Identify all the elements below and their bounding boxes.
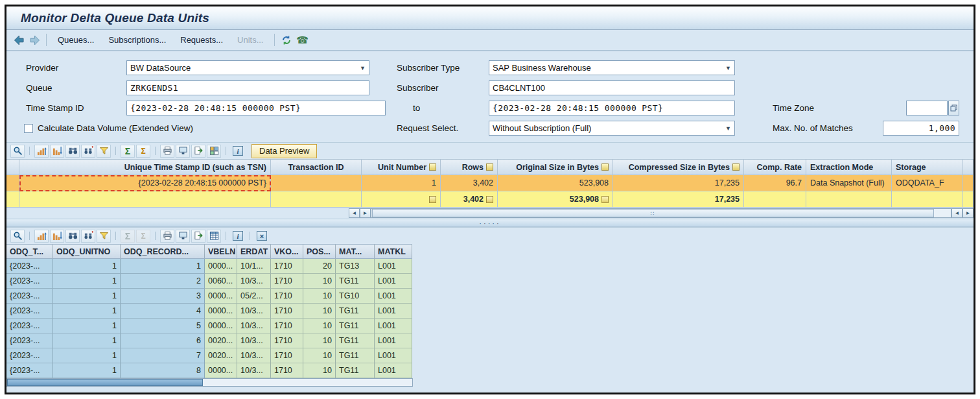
views-icon[interactable] bbox=[176, 230, 190, 243]
close-glyph: × bbox=[257, 231, 267, 241]
choose-layout-icon[interactable] bbox=[207, 145, 221, 158]
cell-odq-recordno: 7 bbox=[121, 348, 205, 363]
row-selector-header[interactable] bbox=[6, 159, 19, 175]
subscriptions-button[interactable]: Subscriptions... bbox=[102, 32, 172, 47]
export-icon[interactable] bbox=[191, 145, 205, 158]
col-odq-tsn[interactable]: ODQ_T... bbox=[6, 244, 53, 259]
col-erdat[interactable]: ERDAT bbox=[237, 244, 271, 259]
max-matches-value: 1,000 bbox=[929, 123, 955, 133]
scroll-left-icon[interactable]: ◄ bbox=[349, 208, 360, 218]
col-odq-recordno[interactable]: ODQ_RECORD... bbox=[121, 244, 205, 259]
preview-grid-row[interactable]: {2023-... 1 8 0000... 10/3... 1710 10 TG… bbox=[6, 363, 412, 378]
filter-icon[interactable] bbox=[97, 145, 111, 158]
col-transaction-id[interactable]: Transaction ID bbox=[271, 159, 362, 175]
sum-icon[interactable]: Σ bbox=[121, 145, 135, 158]
col-comp-rate[interactable]: Comp. Rate bbox=[744, 159, 806, 175]
cell-storage[interactable]: ODQDATA_F bbox=[892, 175, 963, 191]
preview-grid-row[interactable]: {2023-... 1 5 0000... 10/3... 1710 10 TG… bbox=[6, 319, 412, 333]
col-odq-unitno[interactable]: ODQ_UNITNO bbox=[53, 244, 121, 259]
scroll-left-icon[interactable]: ◄ bbox=[951, 208, 962, 218]
chevron-down-icon[interactable]: ▼ bbox=[725, 125, 731, 132]
find-next-icon[interactable] bbox=[81, 230, 95, 243]
back-button[interactable] bbox=[12, 34, 26, 47]
cell-unit-number[interactable]: 1 bbox=[362, 175, 441, 191]
preview-grid-row[interactable]: {2023-... 1 3 0000... 05/2... 1710 10 TG… bbox=[6, 289, 412, 304]
sort-desc-icon[interactable] bbox=[50, 230, 64, 243]
info-icon[interactable]: i bbox=[231, 145, 245, 158]
cell-tsn[interactable]: {2023-02-28 20:48:15 000000 PST} bbox=[19, 175, 271, 191]
find-next-icon[interactable] bbox=[81, 145, 95, 158]
table-view-icon[interactable] bbox=[207, 230, 221, 243]
preview-grid-row[interactable]: {2023-... 1 7 0020... 10/3... 1710 10 TG… bbox=[6, 348, 412, 363]
preview-grid-row[interactable]: {2023-... 1 6 0020... 10/3... 1710 10 TG… bbox=[6, 333, 412, 348]
request-select-dropdown[interactable]: Without Subscription (Full) ▼ bbox=[489, 121, 735, 136]
row-selector[interactable] bbox=[6, 175, 19, 191]
scroll-right-icon[interactable]: ► bbox=[360, 208, 371, 218]
print-icon[interactable] bbox=[160, 230, 174, 243]
cell-extraction-mode[interactable]: Data Snapshot (Full) bbox=[806, 175, 892, 191]
timezone-input[interactable] bbox=[906, 101, 948, 115]
subtotal-icon[interactable]: Σ bbox=[136, 145, 150, 158]
subscriber-type-select[interactable]: SAP Business Warehouse ▼ bbox=[489, 60, 735, 75]
sort-desc-icon[interactable] bbox=[50, 145, 64, 158]
provider-select[interactable]: BW DataSource ▼ bbox=[126, 60, 369, 75]
col-matnr[interactable]: MAT... bbox=[336, 244, 375, 259]
close-icon[interactable]: × bbox=[255, 230, 269, 243]
filter-icon[interactable] bbox=[97, 230, 111, 243]
col-original-size[interactable]: Original Size in Bytes bbox=[498, 159, 613, 175]
data-preview-button[interactable]: Data Preview bbox=[251, 144, 317, 158]
info-icon[interactable]: i bbox=[231, 230, 245, 243]
col-compressed-size[interactable]: Compressed Size in Bytes bbox=[613, 159, 744, 175]
scrollbar-thumb[interactable]: ∷ bbox=[372, 209, 934, 217]
preview-grid-header-row: ODQ_T... ODQ_UNITNO ODQ_RECORD... VBELN … bbox=[6, 244, 412, 259]
sort-asc-icon[interactable] bbox=[34, 230, 49, 243]
cell-rows[interactable]: 3,402 bbox=[441, 175, 498, 191]
calc-volume-checkbox[interactable] bbox=[24, 124, 33, 133]
cell-original-size[interactable]: 523,908 bbox=[498, 175, 613, 191]
col-tsn[interactable]: Unique Time Stamp ID (such as TSN) bbox=[19, 159, 271, 175]
find-icon[interactable] bbox=[65, 230, 80, 243]
chevron-down-icon[interactable]: ▼ bbox=[725, 65, 731, 71]
col-extraction-mode[interactable]: Extraction Mode bbox=[806, 159, 892, 175]
cell-odq-recordno: 3 bbox=[121, 289, 205, 304]
sort-asc-icon[interactable] bbox=[34, 145, 49, 158]
requests-button[interactable]: Requests... bbox=[174, 32, 229, 47]
col-vbeln[interactable]: VBELN bbox=[205, 244, 237, 259]
choose-detail-icon[interactable] bbox=[10, 230, 25, 243]
find-icon[interactable] bbox=[65, 145, 80, 158]
forward-button[interactable] bbox=[27, 34, 41, 47]
preview-grid-hscrollbar[interactable] bbox=[6, 378, 413, 387]
splitter-handle[interactable]: ····· bbox=[6, 219, 974, 227]
timestamp-from-input[interactable]: {2023-02-28 20:48:15 000000 PST} bbox=[126, 101, 386, 115]
preview-grid-row[interactable]: {2023-... 1 4 0000... 10/3... 1710 10 TG… bbox=[6, 304, 412, 319]
refresh-icon[interactable] bbox=[279, 34, 294, 47]
scrollbar-track[interactable]: ∷ bbox=[371, 208, 951, 218]
units-grid-selected-row[interactable]: {2023-02-28 20:48:15 000000 PST} 1 3,402… bbox=[6, 175, 974, 191]
print-icon[interactable] bbox=[160, 145, 174, 158]
toolbar-separator bbox=[250, 232, 250, 240]
col-storage[interactable]: Storage bbox=[892, 159, 963, 175]
cell-compressed-size[interactable]: 17,235 bbox=[613, 175, 744, 191]
queues-button[interactable]: Queues... bbox=[51, 32, 100, 47]
max-matches-input[interactable]: 1,000 bbox=[883, 121, 959, 136]
col-matkl[interactable]: MATKL bbox=[375, 244, 412, 259]
subscriber-input[interactable]: CB4CLNT100 bbox=[489, 80, 735, 95]
col-posnr[interactable]: POS... bbox=[303, 244, 336, 259]
scrollbar-thumb[interactable] bbox=[7, 379, 203, 386]
choose-detail-icon[interactable] bbox=[10, 145, 25, 158]
timezone-history-icon[interactable] bbox=[948, 101, 959, 115]
phone-icon[interactable]: ☎ bbox=[295, 34, 309, 47]
scroll-right-icon[interactable]: ► bbox=[962, 208, 974, 218]
col-unit-number[interactable]: Unit Number bbox=[362, 159, 441, 175]
col-vkorg[interactable]: VKO... bbox=[271, 244, 303, 259]
queue-input[interactable]: ZRKGENDS1 bbox=[126, 80, 369, 95]
export-icon[interactable] bbox=[191, 230, 205, 243]
preview-grid-row[interactable]: {2023-... 1 2 0060... 10/3... 1710 10 TG… bbox=[6, 274, 412, 289]
cell-comp-rate[interactable]: 96.7 bbox=[744, 175, 806, 191]
chevron-down-icon[interactable]: ▼ bbox=[360, 65, 366, 71]
timestamp-to-input[interactable]: {2023-02-28 20:48:15 000000 PST} bbox=[489, 101, 735, 115]
views-icon[interactable] bbox=[176, 145, 190, 158]
cell-transaction-id[interactable] bbox=[271, 175, 362, 191]
preview-grid-row[interactable]: {2023-... 1 1 0000... 10/1... 1710 20 TG… bbox=[6, 259, 412, 274]
col-rows[interactable]: Rows bbox=[441, 159, 498, 175]
